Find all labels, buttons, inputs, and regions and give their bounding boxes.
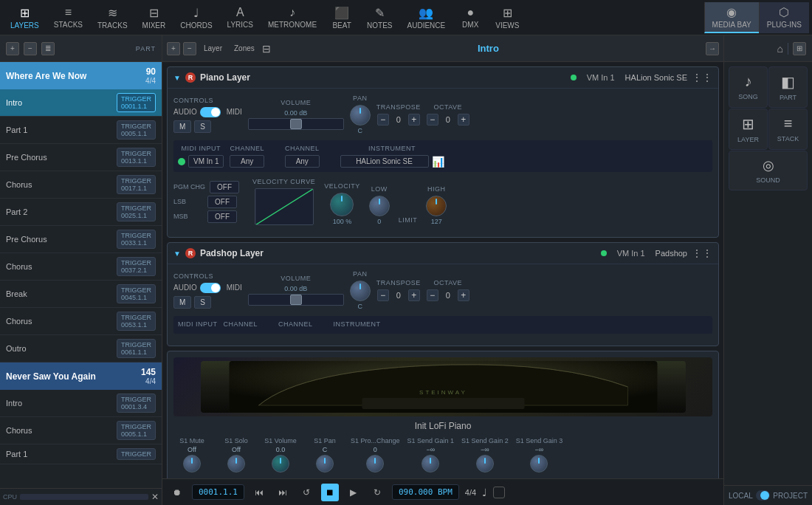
nav-item-audience[interactable]: 👥 AUDIENCE — [400, 3, 453, 32]
part-item-pre-chorus2[interactable]: Pre Chorus TRIGGER0033.1.1 — [0, 226, 162, 253]
piano-transpose-minus[interactable]: − — [377, 114, 389, 126]
zones-icon-btn[interactable]: ⊟ — [262, 43, 271, 55]
part-item-pre-chorus1[interactable]: Pre Chorus TRIGGER0013.1.1 — [0, 144, 162, 171]
padshop-pan-knob[interactable] — [350, 281, 371, 301]
padshop-menu-icon[interactable]: ⋮⋮ — [692, 247, 712, 259]
piano-s-button[interactable]: S — [194, 120, 211, 133]
part-item-outro2[interactable]: Intro TRIGGER0001.3.4 — [0, 390, 162, 417]
piano-menu-icon[interactable]: ⋮⋮ — [692, 72, 712, 83]
s1-send3-knob[interactable] — [530, 455, 548, 473]
nav-item-lyrics[interactable]: A LYRICS — [220, 3, 261, 32]
s1-send1-knob[interactable] — [422, 455, 439, 473]
go-end-button[interactable]: ⏭ — [274, 484, 292, 501]
s1-pan-knob[interactable] — [316, 455, 334, 473]
nav-item-layers[interactable]: ⊞ LAYERS — [3, 3, 47, 32]
piano-lsb-val[interactable]: OFF — [207, 196, 237, 208]
right-icon-stack[interactable]: ≡ STACK — [768, 109, 808, 150]
s1-solo-knob[interactable] — [227, 455, 245, 473]
right-icon-sound[interactable]: ◎ SOUND — [729, 151, 808, 190]
piano-pan-label: PAN — [353, 95, 367, 102]
right-home-icon[interactable]: ⌂ — [777, 43, 783, 55]
padshop-transpose-minus[interactable]: − — [377, 289, 389, 301]
add-layer-button[interactable]: + — [167, 42, 180, 55]
nav-item-tracks[interactable]: ≋ TRACKS — [90, 3, 135, 32]
metronome-icon[interactable]: ♩ — [482, 487, 487, 498]
s1-prog-knob[interactable] — [366, 455, 384, 473]
piano-msb-val[interactable]: OFF — [207, 210, 237, 223]
nav-item-metronome[interactable]: ♪ METRONOME — [261, 3, 324, 32]
rewind-button[interactable]: ↺ — [297, 484, 315, 501]
part-item-break[interactable]: Break TRIGGER0045.1.1 — [0, 281, 162, 308]
right-icon-layer[interactable]: ⊞ LAYER — [729, 109, 768, 150]
piano-transpose-plus[interactable]: + — [408, 114, 420, 126]
loop-button[interactable]: ↻ — [368, 484, 386, 501]
piano-velocity-graph[interactable] — [255, 188, 314, 225]
stack-icon: ≡ — [784, 115, 793, 132]
part-item-part2[interactable]: Part 2 TRIGGER0025.1.1 — [0, 199, 162, 226]
padshop-layer-collapse[interactable]: ▼ — [173, 250, 181, 258]
piano-audio-toggle[interactable]: AUDIO — [173, 107, 221, 117]
close-button[interactable]: ✕ — [151, 492, 159, 502]
stop-button[interactable]: ⏹ — [321, 484, 339, 501]
song-item-1[interactable]: Where Are We Now 90 4/4 — [0, 62, 162, 89]
remove-layer-button[interactable]: − — [183, 42, 196, 55]
play-button[interactable]: ▶ — [345, 484, 362, 501]
padshop-m-button[interactable]: M — [173, 296, 191, 309]
piano-volume-slider[interactable] — [248, 118, 344, 130]
part-item-chorus4[interactable]: Chorus TRIGGER0005.1.1 — [0, 417, 162, 444]
record-button[interactable]: ⏺ — [168, 484, 186, 501]
part-item-outro[interactable]: Outro TRIGGER0061.1.1 — [0, 335, 162, 363]
piano-midi-input-val[interactable]: VM In 1 — [188, 155, 224, 168]
padshop-octave-minus[interactable]: − — [427, 289, 438, 301]
right-icon-part[interactable]: ◧ PART — [768, 66, 808, 108]
nav-item-mixer[interactable]: ⊟ MIXER — [135, 3, 173, 32]
s1-volume-knob[interactable] — [272, 455, 289, 473]
nav-item-notes[interactable]: ✎ NOTES — [359, 3, 399, 32]
padshop-audio-track[interactable] — [200, 283, 221, 293]
piano-octave-plus[interactable]: + — [458, 114, 469, 126]
piano-high-knob[interactable] — [426, 196, 447, 216]
padshop-octave-plus[interactable]: + — [458, 289, 469, 301]
nav-item-views[interactable]: ⊞ VIEWS — [488, 3, 526, 32]
go-start-button[interactable]: ⏮ — [250, 484, 268, 501]
part-item-chorus2[interactable]: Chorus TRIGGER0037.2.1 — [0, 253, 162, 281]
s1-send2-knob[interactable] — [476, 455, 494, 473]
padshop-s-button[interactable]: S — [194, 296, 211, 309]
remove-part-button[interactable]: − — [24, 42, 37, 55]
piano-octave-minus[interactable]: − — [427, 114, 438, 126]
piano-low-knob[interactable] — [369, 196, 390, 216]
forward-button[interactable]: → — [706, 42, 719, 55]
piano-audio-track[interactable] — [200, 107, 221, 117]
part-item-chorus1[interactable]: Chorus TRIGGER0017.1.1 — [0, 171, 162, 199]
song-item-2[interactable]: Never Saw You Again 145 4/4 — [0, 363, 162, 390]
click-button[interactable] — [493, 487, 505, 498]
piano-pan-knob[interactable] — [350, 105, 371, 126]
nav-item-chords[interactable]: ♩ CHORDS — [173, 3, 219, 32]
part-item-chorus3[interactable]: Chorus TRIGGER0053.1.1 — [0, 308, 162, 335]
padshop-transpose-plus[interactable]: + — [408, 289, 420, 301]
nav-item-stacks[interactable]: ≡ STACKS — [47, 3, 90, 32]
piano-channel1-val[interactable]: Any — [230, 155, 264, 168]
nav-item-dmx[interactable]: ● DMX — [453, 3, 488, 32]
zones-button[interactable]: ≣ — [41, 42, 55, 55]
s1-mute-knob[interactable] — [183, 455, 201, 473]
nav-item-beat[interactable]: ⬛ BEAT — [324, 3, 359, 32]
piano-channel2-val[interactable]: Any — [285, 155, 320, 168]
piano-velocity-knob[interactable] — [330, 193, 354, 216]
piano-pgm-chg-val[interactable]: OFF — [210, 181, 239, 193]
add-part-button[interactable]: + — [6, 42, 19, 55]
piano-instrument-graph-icon[interactable]: 📊 — [432, 156, 444, 168]
padshop-audio-toggle[interactable]: AUDIO — [173, 283, 221, 293]
piano-m-button[interactable]: M — [173, 120, 191, 133]
piano-instrument-val[interactable]: HALion Sonic SE — [340, 155, 429, 168]
padshop-volume-slider[interactable] — [248, 294, 344, 306]
part-item-part1[interactable]: Part 1 TRIGGER0005.1.1 — [0, 117, 162, 144]
piano-layer-collapse[interactable]: ▼ — [173, 74, 181, 82]
local-project-toggle[interactable] — [756, 490, 771, 501]
part-item-intro[interactable]: Intro TRIGGER0001.1.1 — [0, 89, 162, 117]
nav-item-plug-ins[interactable]: ⬡ PLUG-INS — [759, 2, 809, 33]
right-toolbar-btn[interactable]: ⊞ — [793, 42, 806, 55]
nav-item-media-bay[interactable]: ◉ MEDIA BAY — [704, 2, 759, 33]
right-icon-song[interactable]: ♪ SONG — [729, 66, 768, 108]
part-item-part1b[interactable]: Part 1 TRIGGER — [0, 444, 162, 464]
